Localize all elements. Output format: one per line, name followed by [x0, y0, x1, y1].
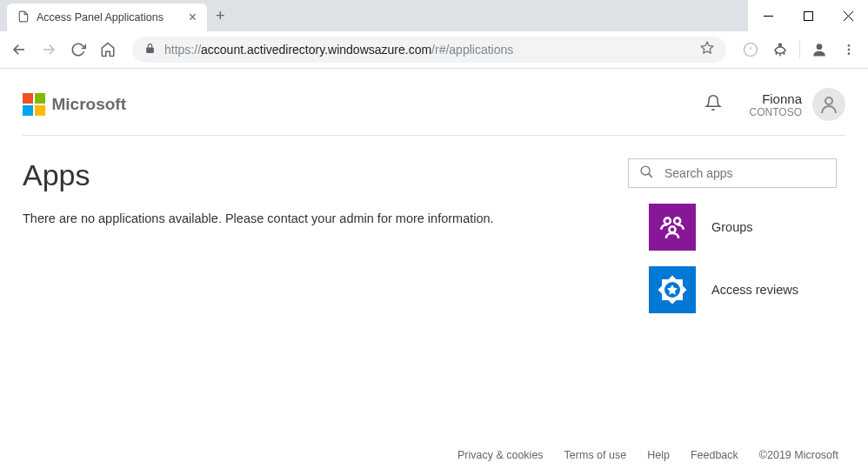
close-tab-icon[interactable]: × — [189, 10, 197, 25]
main-content: Apps There are no applications available… — [23, 136, 845, 329]
svg-point-22 — [674, 218, 680, 224]
groups-label: Groups — [711, 220, 753, 234]
svg-point-17 — [848, 52, 851, 55]
search-box[interactable] — [628, 158, 837, 188]
page: Microsoft Fionna CONTOSO Apps — [0, 69, 868, 476]
svg-point-16 — [848, 49, 851, 51]
user-menu[interactable]: Fionna CONTOSO — [750, 88, 845, 121]
browser-toolbar: https://account.activedirectory.windowsa… — [0, 31, 868, 68]
svg-point-14 — [817, 44, 823, 50]
lock-icon — [144, 42, 156, 57]
reload-button[interactable] — [68, 39, 89, 60]
notifications-icon[interactable] — [704, 93, 722, 116]
search-input[interactable] — [664, 166, 825, 180]
svg-marker-6 — [701, 42, 712, 53]
page-icon — [17, 10, 30, 25]
user-org: CONTOSO — [750, 106, 802, 118]
microsoft-logo[interactable]: Microsoft — [23, 93, 126, 116]
toolbar-separator — [799, 41, 800, 58]
footer-link-terms[interactable]: Terms of use — [564, 449, 627, 461]
avatar — [812, 88, 845, 121]
maximize-button[interactable] — [788, 0, 828, 31]
url-text: https://account.activedirectory.windowsa… — [164, 43, 513, 57]
footer-link-help[interactable]: Help — [647, 449, 670, 461]
svg-point-19 — [641, 166, 650, 175]
footer-link-feedback[interactable]: Feedback — [691, 449, 738, 461]
minimize-button[interactable] — [748, 0, 788, 31]
svg-point-21 — [664, 218, 671, 224]
groups-link[interactable]: Groups — [649, 204, 845, 251]
tab-bar: Access Panel Applications × + — [0, 0, 868, 31]
back-button[interactable] — [9, 39, 30, 60]
groups-icon — [649, 204, 696, 251]
user-name: Fionna — [750, 91, 802, 106]
home-button[interactable] — [97, 39, 118, 60]
browser-chrome: Access Panel Applications × + https://ac… — [0, 0, 868, 69]
access-reviews-link[interactable]: Access reviews — [649, 266, 845, 313]
access-reviews-label: Access reviews — [711, 283, 798, 297]
profile-icon[interactable] — [809, 39, 830, 60]
page-title: Apps — [23, 158, 628, 192]
access-reviews-icon — [649, 266, 696, 313]
svg-rect-1 — [804, 11, 812, 20]
page-header: Microsoft Fionna CONTOSO — [23, 79, 845, 136]
browser-tab[interactable]: Access Panel Applications × — [7, 3, 207, 31]
svg-point-15 — [848, 44, 851, 47]
address-bar[interactable]: https://account.activedirectory.windowsa… — [132, 37, 726, 63]
page-footer: Privacy & cookies Terms of use Help Feed… — [457, 449, 838, 461]
new-tab-button[interactable]: + — [216, 7, 225, 25]
footer-link-privacy[interactable]: Privacy & cookies — [457, 449, 544, 461]
window-controls — [748, 0, 868, 31]
menu-icon[interactable] — [838, 39, 859, 60]
logo-icon — [23, 93, 45, 116]
extension-icon[interactable] — [770, 39, 791, 60]
search-icon — [639, 164, 654, 183]
close-window-button[interactable] — [828, 0, 868, 31]
viewport[interactable]: Microsoft Fionna CONTOSO Apps — [0, 69, 868, 476]
extension-info-icon[interactable] — [740, 39, 761, 60]
empty-state-message: There are no applications available. Ple… — [23, 211, 628, 225]
bookmark-icon[interactable] — [700, 41, 714, 58]
forward-button — [38, 39, 59, 60]
svg-point-18 — [825, 97, 832, 104]
copyright: ©2019 Microsoft — [759, 449, 838, 461]
tab-title: Access Panel Applications — [37, 11, 164, 23]
brand-text: Microsoft — [52, 95, 127, 114]
svg-line-20 — [649, 173, 652, 177]
svg-point-23 — [669, 226, 675, 232]
